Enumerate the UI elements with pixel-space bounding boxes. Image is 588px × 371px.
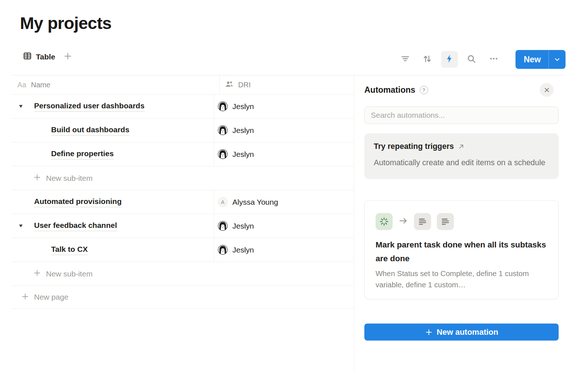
dri-cell[interactable]: Jeslyn [214,238,354,262]
avatar [218,125,228,135]
automations-panel: Automations ? Try repeating triggers Aut… [364,75,559,371]
page-link[interactable]: Define properties [51,149,114,159]
new-sub-item-row[interactable]: New sub-item [12,262,354,286]
automation-title: Mark parent task done when all its subta… [376,238,547,266]
avatar [218,149,228,159]
avatar [218,101,228,111]
new-sub-item-row[interactable]: New sub-item [12,166,354,190]
new-automation-label: New automation [437,328,498,337]
projects-table: Aa Name DRI Personalized user dashboards [12,75,354,309]
page-link[interactable]: Automated provisioning [34,197,122,207]
trigger-spinner-icon [376,213,393,230]
filter-button[interactable] [397,51,414,68]
automation-card[interactable]: Mark parent task done when all its subta… [364,200,559,299]
repeating-triggers-card[interactable]: Try repeating triggers Automatically cre… [364,133,559,179]
plus-icon [33,269,41,279]
more-icon [489,54,498,65]
text-type-icon: Aa [17,81,26,89]
new-button[interactable]: New [515,55,548,64]
tab-table[interactable]: Table [23,51,55,62]
promo-title: Try repeating triggers [374,142,454,151]
dri-cell[interactable]: Jeslyn [214,142,354,166]
dri-cell[interactable]: Jeslyn [214,214,354,238]
column-header-dri[interactable]: DRI [219,75,354,94]
new-sub-item-label: New sub-item [46,270,92,278]
close-panel-button[interactable] [540,83,554,97]
text-block-icon [414,213,431,230]
table-icon [23,51,32,62]
plus-icon [21,292,29,302]
table-row: Build out dashboards Jeslyn [12,118,354,142]
table-header-row: Aa Name DRI [12,75,354,95]
new-button-group: New [515,50,566,69]
search-icon [467,54,476,65]
column-header-name[interactable]: Aa Name [12,75,219,94]
avatar [218,245,228,255]
chevron-down-icon [554,56,561,63]
dri-name: Jeslyn [232,102,254,111]
page-link[interactable]: Build out dashboards [51,125,129,136]
view-toolbar: New [397,50,566,69]
dri-name: Jeslyn [232,222,254,230]
external-arrow-icon [458,143,465,150]
view-bar: Table [23,51,73,62]
dri-name: Alyssa Young [232,198,278,207]
new-dropdown-button[interactable] [549,56,566,63]
table-row: Personalized user dashboards Jeslyn [12,95,354,118]
app-window: My projects Table [0,0,588,371]
close-icon [544,87,550,93]
automation-icons [376,213,547,230]
new-page-label: New page [34,293,69,301]
automations-panel-header: Automations ? [364,83,559,97]
arrow-right-icon [398,216,408,227]
table-row: User feedback channel Jeslyn [12,214,354,238]
promo-description: Automatically create and edit items on a… [374,156,549,170]
table-row: Automated provisioning A Alyssa Young [12,190,354,214]
page-link[interactable]: User feedback channel [34,221,117,231]
dri-name: Jeslyn [232,150,254,159]
column-name-label: Name [31,81,50,89]
help-icon[interactable]: ? [420,86,428,94]
page-link[interactable]: Personalized user dashboards [34,101,145,112]
search-button[interactable] [463,51,480,68]
new-page-row[interactable]: New page [12,286,354,309]
toggle-expanded-icon[interactable] [17,104,24,109]
dri-cell[interactable]: Jeslyn [214,118,354,142]
panel-divider [354,75,354,371]
search-automations-input[interactable] [364,107,559,124]
avatar [218,221,228,231]
table-row: Define properties Jeslyn [12,142,354,166]
add-view-button[interactable] [63,51,73,62]
table-row: Talk to CX Jeslyn [12,238,354,262]
text-block-icon [437,213,454,230]
plus-icon [63,51,73,62]
avatar: A [218,197,228,207]
page-link[interactable]: Talk to CX [51,245,88,255]
page-title: My projects [20,13,111,33]
dri-cell[interactable]: Jeslyn [214,95,354,118]
automation-description: When Status set to Complete, define 1 cu… [376,268,547,290]
new-sub-item-label: New sub-item [46,174,92,183]
sort-icon [422,54,432,65]
more-button[interactable] [485,51,502,68]
filter-icon [401,54,410,65]
automations-title: Automations [364,85,415,95]
column-dri-label: DRI [238,81,250,89]
dri-name: Jeslyn [232,126,254,135]
toggle-expanded-icon[interactable] [17,224,24,228]
tab-table-label: Table [36,53,55,61]
lightning-icon [445,54,454,65]
dri-name: Jeslyn [232,246,254,254]
sort-button[interactable] [419,51,436,68]
dri-cell[interactable]: A Alyssa Young [214,190,354,214]
new-automation-button[interactable]: New automation [364,324,559,341]
plus-icon [33,173,41,183]
plus-icon [425,328,433,336]
automations-button[interactable] [441,51,458,68]
people-icon [225,80,234,90]
